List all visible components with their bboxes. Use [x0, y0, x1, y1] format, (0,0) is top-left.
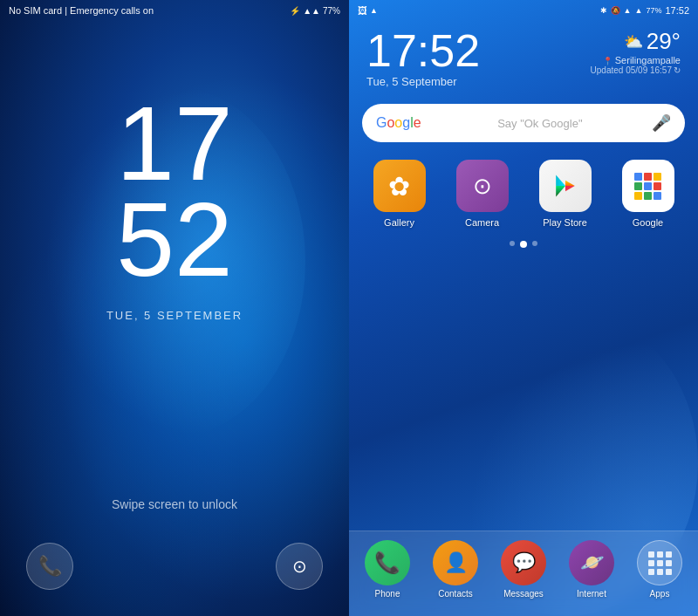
svg-marker-4 [565, 186, 575, 191]
gallery-icon: ✿ [373, 160, 426, 212]
playstore-label: Play Store [543, 217, 587, 228]
swipe-text: Swipe screen to unlock [112, 497, 237, 511]
contacts-symbol: 👤 [444, 551, 468, 574]
google-apps-grid [634, 173, 662, 200]
messages-symbol: 💬 [512, 551, 536, 574]
dock-messages[interactable]: 💬 Messages [501, 540, 546, 599]
home-top-area: 17:52 Tue, 5 September ⛅ 29° 📍 Serilinga… [349, 21, 698, 88]
apps-dot-6 [666, 560, 672, 566]
status-bar-left: No SIM card | Emergency calls on ⚡ ▲▲ 77… [0, 0, 349, 21]
internet-dock-label: Internet [577, 589, 606, 599]
signal-icon-home: ▲ [635, 6, 643, 15]
apps-dock-label: Apps [650, 589, 670, 599]
contacts-dock-icon: 👤 [433, 540, 478, 585]
playstore-svg [550, 170, 581, 202]
internet-dock-icon: 🪐 [569, 540, 614, 585]
google-logo: Google [376, 115, 421, 131]
bluetooth-icon-home: ✱ [600, 6, 607, 15]
lock-camera-button[interactable]: ⊙ [276, 543, 323, 590]
status-bar-right: 🖼 ▲ ✱ 🔕 ▲ ▲ 77% 17:52 [349, 0, 698, 21]
lock-bottom-bar: 📞 ⊙ [0, 543, 349, 590]
search-hint[interactable]: Say "Ok Google" [428, 117, 652, 130]
apps-dots-grid [648, 551, 672, 575]
phone-dock-label: Phone [375, 589, 400, 599]
lock-date: TUE, 5 SEPTEMBER [106, 309, 243, 322]
apps-dot-1 [648, 551, 654, 558]
status-icons-left: ⚡ ▲▲ 77% [290, 6, 340, 16]
page-dot-2: home [520, 241, 527, 248]
weather-location: 📍 Serilingampalle [591, 55, 681, 65]
apps-dot-7 [648, 569, 654, 575]
apps-dot-9 [666, 569, 672, 575]
lock-hour: 17 [106, 91, 243, 195]
apps-dot-2 [657, 551, 663, 558]
battery-home: 77% [646, 6, 661, 15]
gallery-flower-icon: ✿ [388, 171, 410, 202]
location-pin-icon: 📍 [603, 57, 612, 65]
page-dot-1 [510, 241, 515, 246]
apps-dot-8 [657, 569, 663, 575]
lock-screen[interactable]: No SIM card | Emergency calls on ⚡ ▲▲ 77… [0, 0, 349, 616]
apps-dot-4 [648, 560, 654, 566]
no-sim-text: No SIM card | Emergency calls on [9, 5, 154, 16]
internet-symbol: 🪐 [580, 551, 604, 574]
app-playstore[interactable]: Play Store [528, 160, 602, 228]
home-status-icons-left: 🖼 ▲ [358, 5, 378, 16]
apps-dot-3 [666, 551, 672, 558]
weather-temp: 29° [647, 28, 681, 55]
playstore-icon [539, 160, 592, 212]
google-search-bar[interactable]: Google Say "Ok Google" 🎤 [362, 104, 685, 142]
weather-updated: Updated 05/09 16:57 ↻ [591, 65, 681, 75]
home-time: 17:52 [366, 28, 480, 73]
refresh-icon: ↻ [674, 65, 681, 75]
dock-internet[interactable]: 🪐 Internet [569, 540, 614, 599]
weather-widget: ⛅ 29° 📍 Serilingampalle Updated 05/09 16… [591, 28, 681, 75]
camera-icon: ⊙ [292, 556, 307, 577]
dock-contacts[interactable]: 👤 Contacts [433, 540, 478, 599]
svg-marker-1 [556, 175, 565, 186]
battery-text: 77% [323, 6, 340, 16]
camera-label: Camera [465, 217, 499, 228]
gallery-label: Gallery [384, 217, 414, 228]
home-screen: 🖼 ▲ ✱ 🔕 ▲ ▲ 77% 17:52 17:52 Tue, 5 Septe… [349, 0, 698, 616]
messages-dock-icon: 💬 [501, 540, 546, 585]
camera-lens-icon: ⊙ [473, 173, 492, 200]
signal-icon: ▲▲ [303, 6, 320, 16]
home-date: Tue, 5 September [366, 75, 480, 88]
app-gallery[interactable]: ✿ Gallery [362, 160, 436, 228]
wifi-icon-home: ▲ [624, 6, 632, 15]
image-icon: 🖼 [358, 5, 367, 16]
page-dot-3 [532, 241, 537, 246]
svg-marker-2 [556, 186, 565, 197]
phone-icon: 📞 [38, 555, 62, 578]
notification-icon: ▲ [370, 6, 378, 15]
lock-time: 17 52 TUE, 5 SEPTEMBER [106, 91, 243, 322]
microphone-icon[interactable]: 🎤 [652, 113, 671, 133]
lock-minute: 52 [106, 187, 243, 291]
weather-icon: ⛅ [624, 32, 643, 51]
volume-icon-home: 🔕 [611, 6, 620, 15]
google-icon [622, 160, 674, 212]
phone-dock-icon: 📞 [365, 540, 410, 585]
svg-marker-3 [565, 181, 575, 186]
camera-icon: ⊙ [456, 160, 509, 212]
apps-dot-5 [657, 560, 663, 566]
dock-apps[interactable]: Apps [637, 540, 682, 599]
app-dock: 📞 Phone 👤 Contacts 💬 Messages 🪐 Internet [349, 530, 698, 616]
dock-phone[interactable]: 📞 Phone [365, 540, 410, 599]
app-camera[interactable]: ⊙ Camera [445, 160, 519, 228]
lock-phone-button[interactable]: 📞 [26, 543, 73, 590]
home-status-right: ✱ 🔕 ▲ ▲ 77% 17:52 [600, 5, 689, 16]
apps-dock-icon [637, 540, 682, 585]
page-indicator: home [349, 241, 698, 248]
time-status: 17:52 [665, 5, 689, 16]
bluetooth-icon: ⚡ [290, 6, 300, 16]
google-label: Google [633, 217, 663, 228]
app-google[interactable]: Google [611, 160, 685, 228]
messages-dock-label: Messages [503, 589, 544, 599]
phone-symbol: 📞 [374, 551, 400, 575]
contacts-dock-label: Contacts [438, 589, 472, 599]
app-grid: ✿ Gallery ⊙ Camera [349, 142, 698, 236]
home-time-date: 17:52 Tue, 5 September [366, 28, 480, 88]
